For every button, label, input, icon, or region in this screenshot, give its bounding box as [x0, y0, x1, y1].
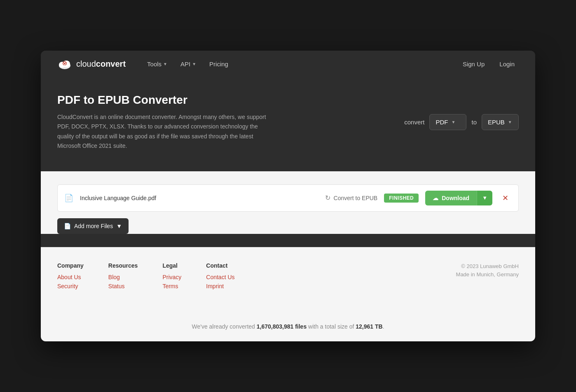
add-file-icon: 📄 — [64, 223, 71, 229]
download-dropdown-button[interactable]: ▼ — [477, 191, 492, 205]
refresh-icon: ↻ — [325, 194, 330, 202]
copyright-text: © 2023 Lunaweb GmbH — [456, 262, 519, 271]
contact-heading: Contact — [206, 262, 234, 269]
navbar: cloudconvert Tools ▼ API ▼ Pricing Sign … — [41, 51, 535, 77]
privacy-link[interactable]: Privacy — [162, 274, 181, 280]
login-button[interactable]: Login — [495, 58, 519, 70]
to-format-select[interactable]: EPUB ▼ — [482, 114, 519, 130]
security-link[interactable]: Security — [57, 283, 84, 289]
hero-description: CloudConvert is an online document conve… — [57, 112, 272, 150]
file-row: 📄 Inclusive Language Guide.pdf ↻ Convert… — [57, 184, 519, 212]
stats-size: 12,961 TB — [356, 323, 382, 330]
status-link[interactable]: Status — [108, 283, 138, 289]
stats-files: 1,670,803,981 files — [257, 323, 307, 330]
footer-contact-col: Contact Contact Us Imprint — [206, 262, 234, 292]
converter-selector: convert PDF ▼ to EPUB ▼ — [404, 114, 519, 130]
stats-text: We've already converted 1,670,803,981 fi… — [57, 323, 519, 330]
api-menu[interactable]: API ▼ — [176, 57, 201, 71]
tools-menu[interactable]: Tools ▼ — [142, 57, 172, 71]
logo[interactable]: cloudconvert — [57, 56, 126, 71]
file-name: Inclusive Language Guide.pdf — [80, 195, 318, 201]
download-button-group: ☁ Download ▼ — [425, 191, 492, 205]
file-icon: 📄 — [64, 194, 73, 203]
footer: Company About Us Security Resources Blog… — [41, 247, 535, 315]
footer-columns: Company About Us Security Resources Blog… — [57, 262, 235, 292]
imprint-link[interactable]: Imprint — [206, 283, 234, 289]
logo-text: cloudconvert — [76, 59, 126, 69]
nav-right: Sign Up Login — [459, 58, 519, 70]
footer-company-col: Company About Us Security — [57, 262, 84, 292]
footer-resources-col: Resources Blog Status — [108, 262, 138, 292]
footer-legal-col: Legal Privacy Terms — [162, 262, 181, 292]
add-files-button[interactable]: 📄 Add more Files ▼ — [57, 218, 129, 234]
logo-icon — [57, 56, 72, 71]
main-content: 📄 Inclusive Language Guide.pdf ↻ Convert… — [41, 171, 535, 234]
to-word: to — [471, 119, 477, 126]
add-files-chevron-icon: ▼ — [116, 223, 122, 229]
stats-middle: with a total size of — [307, 323, 356, 330]
nav-links: Tools ▼ API ▼ Pricing — [142, 57, 445, 71]
resources-heading: Resources — [108, 262, 138, 269]
convert-action: ↻ Convert to EPUB — [325, 194, 378, 202]
convert-label: convert — [404, 119, 424, 126]
hero-section: PDF to EPUB Converter CloudConvert is an… — [41, 77, 535, 171]
about-us-link[interactable]: About Us — [57, 274, 84, 280]
download-cloud-icon: ☁ — [433, 195, 438, 201]
hero-left: PDF to EPUB Converter CloudConvert is an… — [57, 93, 272, 150]
stats-prefix: We've already converted — [192, 323, 256, 330]
company-heading: Company — [57, 262, 84, 269]
tools-chevron-icon: ▼ — [163, 62, 167, 66]
terms-link[interactable]: Terms — [162, 283, 181, 289]
signup-button[interactable]: Sign Up — [459, 58, 489, 70]
contact-us-link[interactable]: Contact Us — [206, 274, 234, 280]
status-badge: FINISHED — [384, 194, 419, 203]
footer-copyright: © 2023 Lunaweb GmbH Made in Munich, Germ… — [456, 262, 519, 280]
from-format-chevron-icon: ▼ — [451, 120, 455, 124]
api-chevron-icon: ▼ — [192, 62, 196, 66]
footer-bottom-row: Company About Us Security Resources Blog… — [57, 262, 519, 305]
download-button[interactable]: ☁ Download — [425, 191, 477, 205]
blog-link[interactable]: Blog — [108, 274, 138, 280]
pricing-link[interactable]: Pricing — [204, 57, 233, 71]
location-text: Made in Munich, Germany — [456, 271, 519, 279]
stats-row: We've already converted 1,670,803,981 fi… — [41, 315, 535, 341]
to-format-chevron-icon: ▼ — [508, 120, 512, 124]
legal-heading: Legal — [162, 262, 181, 269]
action-text: Convert to EPUB — [334, 195, 378, 201]
from-format-select[interactable]: PDF ▼ — [429, 114, 466, 130]
stats-suffix: . — [383, 323, 384, 330]
download-dropdown-icon: ▼ — [482, 195, 487, 201]
page-title: PDF to EPUB Converter — [57, 93, 272, 107]
close-file-button[interactable]: ✕ — [499, 192, 512, 204]
